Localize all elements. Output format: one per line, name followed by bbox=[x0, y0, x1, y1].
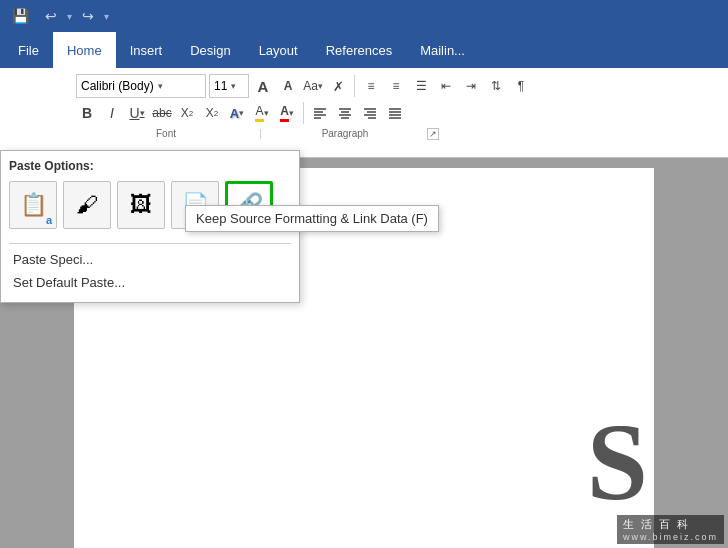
tooltip-text: Keep Source Formatting & Link Data (F) bbox=[196, 211, 428, 226]
menu-file[interactable]: File bbox=[4, 32, 53, 68]
font-name-selector[interactable]: Calibri (Body) ▾ bbox=[76, 74, 206, 98]
show-formatting-button[interactable]: ¶ bbox=[510, 75, 532, 97]
font-size-selector[interactable]: 11 ▾ bbox=[209, 74, 249, 98]
subscript-button[interactable]: X2 bbox=[176, 102, 198, 124]
watermark-line2: www.bimeiz.com bbox=[623, 532, 718, 542]
watermark: 生 活 百 科 www.bimeiz.com bbox=[617, 515, 724, 544]
paste-special-item[interactable]: Paste Speci... bbox=[9, 248, 291, 271]
redo-icon[interactable]: ↪ bbox=[78, 6, 98, 26]
ribbon: Calibri (Body) ▾ 11 ▾ A A Aa ▾ bbox=[0, 68, 728, 158]
menu-bar: File Home Insert Design Layout Reference… bbox=[0, 32, 728, 68]
font-color-button[interactable]: A ▾ bbox=[276, 102, 298, 124]
numbering-button[interactable]: ≡ bbox=[385, 75, 407, 97]
menu-insert[interactable]: Insert bbox=[116, 32, 177, 68]
paragraph-expand-icon[interactable]: ↗ bbox=[427, 128, 439, 140]
document-letter-s: S bbox=[587, 399, 648, 526]
justify-button[interactable] bbox=[384, 102, 406, 124]
text-highlight-button[interactable]: A ▾ bbox=[251, 102, 273, 124]
ribbon-row-2: B I U ▾ abc X2 X2 A ▾ A ▾ A ▾ bbox=[76, 100, 724, 126]
menu-home[interactable]: Home bbox=[53, 32, 116, 68]
underline-button[interactable]: U ▾ bbox=[126, 102, 148, 124]
font-shrink-button[interactable]: A bbox=[277, 75, 299, 97]
title-bar: 💾 ↩ ▾ ↪ ▾ bbox=[0, 0, 728, 32]
menu-layout[interactable]: Layout bbox=[245, 32, 312, 68]
paste-option-picture[interactable]: 🖼 bbox=[117, 181, 165, 229]
bold-button[interactable]: B bbox=[76, 102, 98, 124]
multilevel-list-button[interactable]: ☰ bbox=[410, 75, 432, 97]
strikethrough-button[interactable]: abc bbox=[151, 102, 173, 124]
text-effects-button[interactable]: A ▾ bbox=[226, 102, 248, 124]
decrease-indent-button[interactable]: ⇤ bbox=[435, 75, 457, 97]
paste-options-title: Paste Options: bbox=[9, 159, 291, 173]
clear-formatting-button[interactable]: ✗ bbox=[327, 75, 349, 97]
ribbon-row-1: Calibri (Body) ▾ 11 ▾ A A Aa ▾ bbox=[76, 72, 724, 100]
menu-references[interactable]: References bbox=[312, 32, 406, 68]
bullets-button[interactable]: ≡ bbox=[360, 75, 382, 97]
paste-divider bbox=[9, 243, 291, 244]
menu-design[interactable]: Design bbox=[176, 32, 244, 68]
undo-icon[interactable]: ↩ bbox=[41, 6, 61, 26]
customize-arrow-icon[interactable]: ▾ bbox=[104, 11, 109, 22]
undo-arrow-icon[interactable]: ▾ bbox=[67, 11, 72, 22]
align-right-button[interactable] bbox=[359, 102, 381, 124]
paste-option-keep-src[interactable]: 📋a bbox=[9, 181, 57, 229]
align-center-button[interactable] bbox=[334, 102, 356, 124]
paragraph-group-label: Paragraph bbox=[265, 128, 425, 140]
align-left-button[interactable] bbox=[309, 102, 331, 124]
set-default-paste-item[interactable]: Set Default Paste... bbox=[9, 271, 291, 294]
change-case-button[interactable]: Aa ▾ bbox=[302, 75, 324, 97]
font-name-arrow-icon: ▾ bbox=[158, 81, 163, 91]
menu-mailing[interactable]: Mailin... bbox=[406, 32, 479, 68]
sort-button[interactable]: ⇅ bbox=[485, 75, 507, 97]
paste-option-merge[interactable]: 🖌 bbox=[63, 181, 111, 229]
tooltip-box: Keep Source Formatting & Link Data (F) bbox=[185, 205, 439, 232]
font-grow-button[interactable]: A bbox=[252, 75, 274, 97]
font-size-arrow-icon: ▾ bbox=[231, 81, 236, 91]
increase-indent-button[interactable]: ⇥ bbox=[460, 75, 482, 97]
superscript-button[interactable]: X2 bbox=[201, 102, 223, 124]
save-icon[interactable]: 💾 bbox=[8, 6, 33, 26]
watermark-line1: 生 活 百 科 bbox=[623, 517, 718, 532]
italic-button[interactable]: I bbox=[101, 102, 123, 124]
font-group-label: Font bbox=[76, 128, 256, 140]
